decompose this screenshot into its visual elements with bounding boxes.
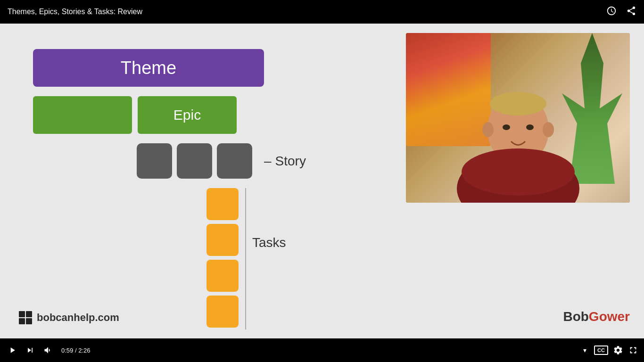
svg-point-4: [490, 92, 546, 115]
svg-point-8: [526, 124, 534, 130]
controls-bar: 0:59 / 2:26 ▾ CC: [0, 338, 644, 362]
video-title: Themes, Epics, Stories & Tasks: Review: [8, 8, 142, 16]
title-bar: Themes, Epics, Stories & Tasks: Review: [0, 0, 644, 24]
fullscreen-button[interactable]: [628, 345, 638, 355]
watermark-left: bobcanhelp.com: [19, 311, 119, 324]
story-dash: –: [264, 154, 272, 169]
story-row: – Story: [137, 143, 306, 179]
person-silhouette: [443, 52, 594, 203]
webcam-inner: [406, 33, 630, 203]
story-box-2: [177, 143, 212, 179]
epic-label: Epic: [173, 107, 201, 123]
svg-point-5: [482, 122, 494, 137]
settings-button[interactable]: [613, 345, 623, 355]
volume-button[interactable]: [41, 344, 55, 357]
story-label: – Story: [264, 154, 306, 169]
green-row: Epic: [33, 96, 237, 134]
svg-point-6: [543, 122, 554, 137]
epic-box: Epic: [138, 96, 237, 134]
story-box-3: [217, 143, 252, 179]
time-display: 0:59 / 2:26: [61, 347, 90, 354]
play-button[interactable]: [6, 344, 19, 357]
diagram-area: Theme Epic – Story: [0, 24, 387, 338]
tasks-text: Tasks: [252, 235, 286, 250]
svg-point-9: [462, 148, 575, 196]
task-box-3: [206, 260, 239, 292]
watch-later-icon[interactable]: [606, 6, 617, 18]
theme-label: Theme: [121, 58, 176, 78]
name-bob: Bob: [563, 309, 588, 324]
story-box-1: [137, 143, 172, 179]
webcam-overlay: [406, 33, 630, 203]
bob-logo: [19, 311, 32, 324]
cc-button[interactable]: CC: [594, 346, 608, 355]
tasks-column: [206, 188, 239, 328]
video-area: Theme Epic – Story: [0, 24, 644, 338]
video-player: Themes, Epics, Stories & Tasks: Review T…: [0, 0, 644, 362]
green-box-left: [33, 96, 132, 134]
title-icons: [606, 6, 636, 18]
svg-point-7: [503, 124, 510, 130]
name-gower: Gower: [589, 309, 630, 324]
website-text: bobcanhelp.com: [37, 312, 119, 324]
task-box-2: [206, 224, 239, 256]
diagram-content: Theme Epic – Story: [33, 49, 316, 313]
theme-box: Theme: [33, 49, 264, 87]
task-box-1: [206, 188, 239, 220]
share-icon[interactable]: [626, 6, 636, 18]
task-box-4: [206, 296, 239, 328]
captions-dropdown-button[interactable]: ▾: [580, 346, 589, 355]
story-text: Story: [275, 154, 306, 169]
skip-next-button[interactable]: [24, 344, 37, 357]
tasks-bracket-line: [245, 188, 246, 329]
watermark-right: BobGower: [563, 309, 630, 324]
